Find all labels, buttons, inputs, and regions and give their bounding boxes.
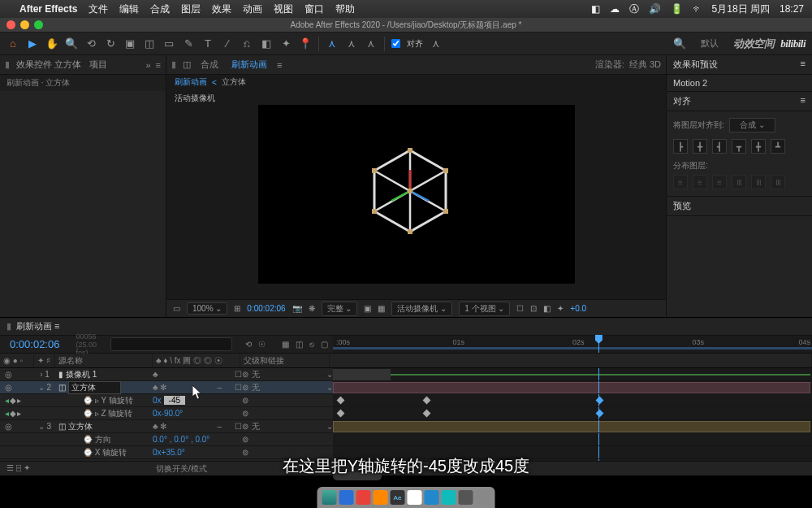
panel-menu-icon[interactable]: ≡ [156, 60, 161, 70]
rotate-tool[interactable]: ↻ [104, 37, 117, 50]
align-panel-header[interactable]: 对齐≡ [667, 92, 812, 111]
align-top-button[interactable]: ┳ [732, 139, 746, 154]
expression-pickwhip[interactable]: ⊚ [242, 409, 248, 418]
layer-track[interactable] [333, 407, 812, 419]
puppet-tool[interactable]: 📍 [299, 37, 312, 50]
roto-tool[interactable]: ✦ [279, 37, 292, 50]
menu-help[interactable]: 帮助 [335, 2, 355, 16]
brush-tool[interactable]: ∕ [221, 37, 234, 50]
layer-track[interactable] [333, 381, 812, 393]
crumb-parent[interactable]: 刷新动画 [175, 76, 207, 88]
preview-panel[interactable]: 预览 [667, 197, 812, 216]
pen-tool[interactable]: ✎ [182, 37, 195, 50]
timeline-tab[interactable]: 刷新动画 ≡ [16, 320, 59, 332]
view-option-icon[interactable]: ⊞ [234, 304, 240, 313]
local-axis-icon[interactable]: ⋏ [326, 37, 339, 50]
tl-foot-icon[interactable]: ☰ ⌸ ✦ [6, 463, 30, 472]
toggle-switches-button[interactable]: 切换开关/模式 [156, 464, 207, 473]
property-name[interactable]: ⌚ ▹ Y 轴旋转 [55, 395, 153, 406]
comp-viewer[interactable]: 活动摄像机 [166, 89, 666, 299]
effect-controls-tab[interactable]: 效果控件 立方体 [15, 57, 83, 72]
timeline-search-input[interactable] [110, 337, 232, 351]
menubar-date[interactable]: 5月18日 周四 [712, 2, 770, 16]
3d-switch[interactable]: ☐ [235, 370, 242, 379]
rect-tool[interactable]: ▭ [162, 37, 175, 50]
view-icon[interactable]: ✦ [557, 304, 564, 313]
menubar-time[interactable]: 18:27 [780, 3, 804, 15]
keyframe[interactable] [423, 397, 431, 405]
view-axis-icon[interactable]: ⋏ [365, 37, 378, 50]
playhead[interactable] [598, 336, 599, 353]
layer-name[interactable]: ▮ 摄像机 1 [55, 369, 153, 380]
viewer-time[interactable]: 0:00:02:06 [247, 304, 285, 313]
resolution-dropdown[interactable]: 完整 ⌄ [322, 302, 358, 316]
motion2-panel[interactable]: Motion 2 [667, 75, 812, 92]
panel-overflow-icon[interactable]: » [145, 60, 150, 70]
roi-icon[interactable]: ▣ [364, 304, 371, 313]
property-value-input[interactable]: -45 [164, 396, 185, 405]
tl-btn[interactable]: ☉ [258, 340, 266, 349]
keyframe[interactable] [336, 410, 344, 418]
crumb-child[interactable]: 立方体 [222, 76, 246, 88]
keyframe[interactable] [595, 397, 603, 405]
parent-pickwhip[interactable]: ⊚ [242, 383, 248, 392]
parent-dropdown[interactable]: 无 [252, 369, 300, 380]
parent-dropdown[interactable]: 无 [252, 421, 300, 432]
project-tab[interactable]: 项目 [88, 57, 109, 72]
property-value[interactable]: 0.0° , 0.0° , 0.0° [153, 435, 209, 444]
channels-icon[interactable]: ❋ [309, 304, 315, 313]
camera-dropdown[interactable]: 活动摄像机 ⌄ [391, 302, 452, 316]
macos-dock[interactable]: Ae [317, 487, 495, 508]
pan-behind-tool[interactable]: ◫ [143, 37, 156, 50]
visibility-toggle[interactable]: ◎ [5, 422, 12, 431]
add-kf-button[interactable]: ◆ [10, 409, 16, 418]
layer-name[interactable]: ◫ 立方体 [55, 421, 153, 432]
prev-kf-button[interactable]: ◂ [5, 396, 9, 405]
layer-track[interactable] [333, 368, 812, 380]
layer-track[interactable] [333, 433, 812, 445]
magnify-icon[interactable]: ▭ [173, 304, 180, 313]
twirl-icon[interactable]: ⌄ [38, 383, 45, 392]
align-target-dropdown[interactable]: 合成 ⌄ [729, 118, 775, 132]
tl-btn[interactable]: ⟲ [245, 340, 252, 349]
keyframe[interactable] [336, 397, 344, 405]
next-kf-button[interactable]: ▸ [17, 409, 21, 418]
exposure[interactable]: +0.0 [570, 304, 586, 313]
layer-name[interactable]: ◫ 立方体 [55, 381, 153, 394]
prev-kf-button[interactable]: ◂ [5, 409, 9, 418]
layer-track[interactable] [333, 420, 812, 432]
search-icon[interactable]: 🔍 [673, 37, 686, 50]
zoom-button[interactable] [34, 20, 43, 29]
parent-dropdown[interactable]: 无 [252, 382, 300, 393]
visibility-toggle[interactable]: ◎ [5, 370, 12, 379]
status-icon[interactable]: ᯤ [693, 3, 702, 15]
property-name[interactable]: ⌚ X 轴旋转 [55, 447, 153, 458]
menu-comp[interactable]: 合成 [150, 2, 170, 16]
3d-switch[interactable]: ☐ [235, 383, 242, 392]
status-icon[interactable]: 🔋 [671, 3, 683, 15]
type-tool[interactable]: T [201, 37, 214, 50]
renderer-dropdown[interactable]: 经典 3D [629, 59, 661, 71]
property-name[interactable]: ⌚ 方向 [55, 434, 153, 445]
cube-preview[interactable] [369, 147, 451, 235]
minimize-button[interactable] [20, 20, 29, 29]
align-hcenter-button[interactable]: ╋ [693, 139, 707, 154]
menu-view[interactable]: 视图 [274, 2, 293, 16]
tl-btn[interactable]: ◫ [296, 340, 303, 349]
orbit-tool[interactable]: ⟲ [84, 37, 97, 50]
menu-layer[interactable]: 图层 [181, 2, 201, 16]
menu-window[interactable]: 窗口 [304, 2, 324, 16]
eraser-tool[interactable]: ◧ [260, 37, 273, 50]
close-button[interactable] [6, 20, 15, 29]
view-icon[interactable]: ◧ [543, 304, 551, 313]
parent-pickwhip[interactable]: ⊚ [242, 370, 248, 379]
add-kf-button[interactable]: ◆ [10, 396, 16, 405]
property-value[interactable]: 0x+35.0° [153, 448, 185, 457]
hand-tool[interactable]: ✋ [45, 37, 58, 50]
panel-grip-icon[interactable]: ▮ [171, 59, 176, 70]
panel-grip-icon[interactable]: ▮ [5, 59, 10, 70]
workspace-button[interactable]: 默认 [693, 36, 727, 51]
grid-icon[interactable]: ▦ [378, 304, 385, 313]
snap-checkbox[interactable] [391, 38, 400, 49]
zoom-dropdown[interactable]: 100% ⌄ [187, 302, 227, 315]
